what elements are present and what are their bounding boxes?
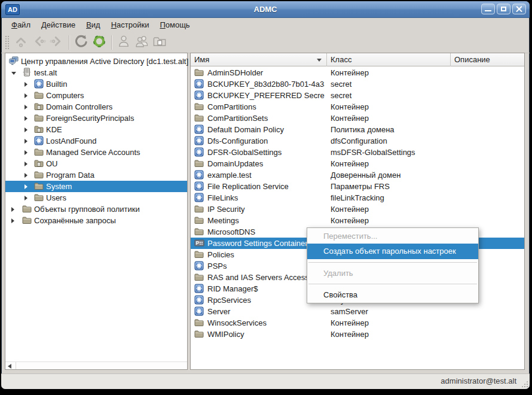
cell-name: Default Domain Policy xyxy=(207,124,325,135)
menu-4[interactable]: Помощь xyxy=(154,18,195,31)
expand-icon[interactable] xyxy=(11,207,14,212)
cell-class: fileLinkTracking xyxy=(331,192,450,203)
cell-name: example.test xyxy=(207,169,325,181)
table-row[interactable]: Dfs-ConfigurationdfsConfiguration xyxy=(191,135,524,147)
tree-item[interactable]: KDE xyxy=(5,124,187,135)
table-row[interactable]: ServersamServer xyxy=(191,306,524,317)
tree-item[interactable]: Builtin xyxy=(5,78,187,90)
table-row[interactable]: BCKUPKEY_8b3d2b80-7b01-4a33...secret xyxy=(191,78,524,90)
menu-2[interactable]: Вид xyxy=(81,18,106,31)
table-header: Имя Класс Описание xyxy=(191,53,524,66)
create-group-button[interactable] xyxy=(133,34,151,51)
table-row[interactable]: WinsockServicesКонтейнер xyxy=(191,317,524,329)
maximize-icon[interactable] xyxy=(497,4,510,14)
tree-item[interactable]: test.alt xyxy=(5,67,187,78)
expand-icon[interactable] xyxy=(25,116,27,121)
table-row[interactable]: BCKUPKEY_PREFERRED Secretsecret xyxy=(191,90,524,101)
filter-target-button[interactable] xyxy=(90,34,108,51)
close-icon[interactable] xyxy=(512,4,526,14)
table-row[interactable]: MeetingsКонтейнер xyxy=(191,215,524,226)
refresh-icon xyxy=(74,34,88,51)
context-menu-item: Удалить xyxy=(307,266,478,281)
tree-item[interactable]: Сохранённые запросы xyxy=(5,215,187,226)
app-icon xyxy=(194,181,204,191)
app-icon xyxy=(194,79,204,89)
tree-item[interactable]: Managed Service Accounts xyxy=(5,147,187,158)
expand-icon[interactable] xyxy=(25,173,27,178)
tree-item-label: Domain Controllers xyxy=(46,101,112,113)
app-icon xyxy=(194,136,204,145)
menu-1[interactable]: Действие xyxy=(36,18,81,31)
computer-icon xyxy=(9,56,19,66)
table-row[interactable]: DomainUpdatesКонтейнер xyxy=(191,158,524,169)
column-header-description[interactable]: Описание xyxy=(451,53,525,66)
tree-item[interactable]: LostAndFound xyxy=(5,135,187,147)
table-row[interactable]: WMIPolicyКонтейнер xyxy=(191,329,524,340)
tree-item-label: System xyxy=(46,181,72,192)
tree-item[interactable]: Центр управления Active Directory [dc1.t… xyxy=(5,56,187,67)
cell-name: AdminSDHolder xyxy=(207,67,325,78)
expand-icon[interactable] xyxy=(25,82,27,87)
tree-item[interactable]: Computers xyxy=(5,90,187,101)
tree-item[interactable]: Domain Controllers xyxy=(5,101,187,113)
menu-3[interactable]: Настройки xyxy=(106,18,155,31)
cell-class: Контейнер xyxy=(331,317,450,329)
resize-grip[interactable] xyxy=(521,381,528,387)
expand-icon[interactable] xyxy=(25,105,27,110)
tree-item[interactable]: Users xyxy=(5,192,187,203)
table-row[interactable]: ComPartitionsКонтейнер xyxy=(191,101,524,113)
menu-0[interactable]: Файл xyxy=(6,18,36,31)
create-user-button[interactable] xyxy=(115,34,133,51)
expand-icon[interactable] xyxy=(25,127,27,132)
app-icon xyxy=(194,295,204,305)
tree-item[interactable]: System xyxy=(5,181,187,192)
app-icon xyxy=(194,147,204,157)
tree-item[interactable]: OU xyxy=(5,158,187,169)
collapse-icon[interactable] xyxy=(11,72,16,75)
table-row[interactable]: example.testДоверенный домен xyxy=(191,169,524,181)
table-row[interactable]: File Replication ServiceПараметры FRS xyxy=(191,181,524,192)
refresh-button[interactable] xyxy=(72,34,90,51)
table-row[interactable]: FileLinksfileLinkTracking xyxy=(191,192,524,203)
app-icon xyxy=(194,284,204,293)
tree-item[interactable]: Program Data xyxy=(5,169,187,181)
expand-icon[interactable] xyxy=(25,93,27,98)
expand-icon[interactable] xyxy=(25,184,27,189)
create-ou-button[interactable] xyxy=(151,34,169,51)
context-menu-item[interactable]: Создать объект парольных настроек xyxy=(307,244,478,259)
target-icon xyxy=(92,34,106,51)
minimize-icon[interactable] xyxy=(481,4,495,14)
titlebar[interactable]: AD ADMC xyxy=(1,1,530,18)
expand-icon[interactable] xyxy=(25,150,27,155)
create-user-icon xyxy=(117,34,131,51)
table-row[interactable]: AdminSDHolderКонтейнер xyxy=(191,67,524,78)
context-menu-item[interactable]: Свойства xyxy=(307,287,478,302)
go-up-button[interactable] xyxy=(12,34,30,51)
tree-item-label: Managed Service Accounts xyxy=(46,147,140,158)
tree-item[interactable]: Объекты групповой политики xyxy=(5,203,187,215)
column-header-class[interactable]: Класс xyxy=(327,53,451,66)
tree-item-label: KDE xyxy=(46,124,62,135)
cell-class: Контейнер xyxy=(331,101,450,113)
cell-class: dfsConfiguration xyxy=(331,135,450,147)
expand-icon[interactable] xyxy=(25,139,27,144)
folder-icon xyxy=(194,272,204,282)
expand-icon[interactable] xyxy=(25,162,27,166)
table-row[interactable]: Default Domain PolicyПолитика домена xyxy=(191,124,524,135)
folder-icon xyxy=(34,193,44,202)
tree-item[interactable]: ForeignSecurityPrincipals xyxy=(5,113,187,124)
column-header-name[interactable]: Имя xyxy=(191,53,327,66)
go-forward-button[interactable] xyxy=(48,34,66,51)
table-row[interactable]: ComPartitionSetsКонтейнер xyxy=(191,113,524,124)
table-row[interactable]: IP SecurityКонтейнер xyxy=(191,203,524,215)
app-icon xyxy=(34,79,44,89)
expand-icon[interactable] xyxy=(25,196,27,200)
expand-icon[interactable] xyxy=(11,218,14,223)
toolbar-grip[interactable] xyxy=(5,35,10,50)
folder-icon xyxy=(194,329,204,339)
tree-horizontal-scrollbar[interactable] xyxy=(5,361,187,369)
go-back-button[interactable] xyxy=(30,34,48,51)
scroll-left-icon[interactable] xyxy=(8,364,11,369)
table-row[interactable]: DFSR-GlobalSettingsmsDFSR-GlobalSettings xyxy=(191,147,524,158)
cell-name: DFSR-GlobalSettings xyxy=(207,147,325,158)
